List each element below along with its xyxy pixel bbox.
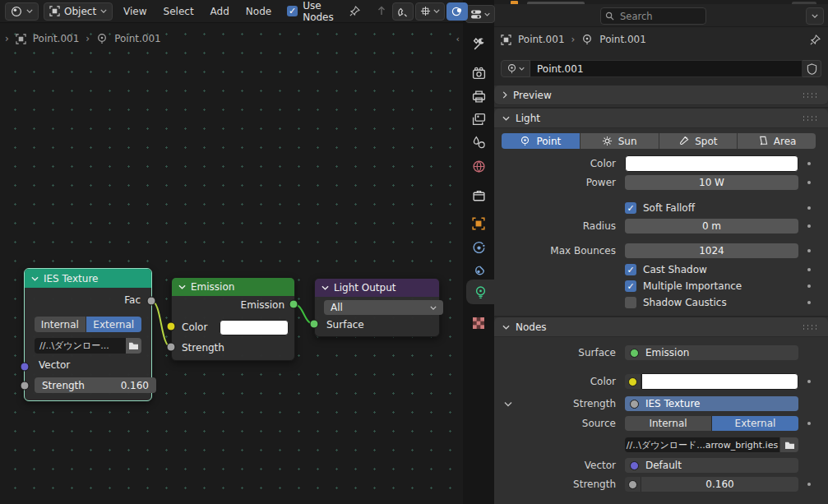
node-emission[interactable]: Emission Emission Color Strength bbox=[171, 277, 295, 361]
nodes-color-swatch[interactable] bbox=[641, 373, 798, 390]
point-light-icon bbox=[520, 136, 530, 146]
source-internal-button[interactable]: Internal bbox=[625, 416, 712, 431]
object-mode-dropdown[interactable]: Object bbox=[44, 2, 113, 21]
target-dropdown[interactable]: All bbox=[324, 300, 443, 315]
animate-dot[interactable] bbox=[807, 380, 811, 383]
tab-view-layer[interactable] bbox=[463, 107, 494, 132]
socket-emission-strength-input[interactable] bbox=[167, 343, 176, 352]
animate-dot[interactable] bbox=[807, 249, 811, 252]
open-ies-file-button[interactable] bbox=[780, 437, 798, 452]
animate-dot[interactable] bbox=[807, 181, 811, 184]
chevron-down-icon bbox=[100, 9, 107, 13]
nodes-panel-header[interactable]: Nodes bbox=[494, 317, 828, 337]
strength-socket-chip[interactable] bbox=[625, 477, 641, 492]
power-field[interactable]: 10 W bbox=[625, 175, 798, 190]
light-color-swatch[interactable] bbox=[625, 155, 798, 172]
node-header-light-output[interactable]: Light Output bbox=[315, 279, 439, 297]
strength-node-value: IES Texture bbox=[645, 398, 700, 409]
editor-type-button[interactable] bbox=[5, 2, 39, 21]
color-swatch[interactable] bbox=[220, 320, 289, 335]
animate-dot[interactable] bbox=[807, 422, 811, 425]
pin-icon[interactable] bbox=[349, 5, 361, 17]
menu-node[interactable]: Node bbox=[240, 6, 277, 17]
strength-value-field[interactable]: 0.160 bbox=[641, 477, 798, 492]
use-nodes-checkbox[interactable]: ✓ bbox=[287, 6, 298, 16]
animate-dot[interactable] bbox=[807, 268, 811, 271]
light-type-point[interactable]: Point bbox=[502, 133, 581, 149]
preview-panel-header[interactable]: Preview bbox=[494, 86, 828, 105]
node-ies-texture[interactable]: IES Texture Fac Internal External //..\ダ… bbox=[24, 268, 152, 401]
socket-emission-output[interactable] bbox=[289, 300, 298, 309]
soft-falloff-checkbox[interactable]: ✓ bbox=[625, 202, 636, 214]
node-header-ies[interactable]: IES Texture bbox=[25, 269, 151, 288]
panel-grip[interactable] bbox=[802, 324, 820, 331]
ies-file-path-field[interactable]: //..\ダウンロード...arrow_bright.ies bbox=[625, 437, 779, 452]
spot-icon bbox=[678, 136, 689, 146]
tab-scene[interactable] bbox=[463, 130, 494, 155]
fake-user-button[interactable] bbox=[803, 60, 821, 77]
breadcrumb-object[interactable]: Point.001 bbox=[518, 34, 565, 45]
breadcrumb-data[interactable]: Point.001 bbox=[599, 34, 646, 45]
animate-dot[interactable] bbox=[807, 224, 811, 228]
socket-strength-input[interactable] bbox=[21, 381, 30, 391]
source-external-button[interactable]: External bbox=[712, 416, 798, 431]
internal-button[interactable]: Internal bbox=[35, 317, 86, 332]
menu-view[interactable]: View bbox=[118, 6, 152, 17]
light-panel-header[interactable]: Light bbox=[494, 109, 828, 128]
id-type-dropdown[interactable] bbox=[501, 60, 530, 77]
overlays-toggle-button[interactable] bbox=[446, 2, 468, 21]
tab-world[interactable] bbox=[463, 154, 494, 178]
id-name-field[interactable] bbox=[530, 60, 803, 77]
snap-target-dropdown[interactable] bbox=[415, 2, 445, 21]
external-button[interactable]: External bbox=[86, 317, 141, 332]
vector-default-button[interactable]: Default bbox=[625, 458, 798, 473]
socket-vector-input[interactable] bbox=[21, 363, 30, 372]
socket-color-input[interactable] bbox=[167, 322, 176, 331]
light-type-area[interactable]: Area bbox=[738, 133, 816, 149]
search-input[interactable] bbox=[618, 10, 692, 23]
animate-dot[interactable] bbox=[807, 162, 811, 165]
cast-shadow-checkbox[interactable]: ✓ bbox=[625, 264, 636, 275]
file-path-field[interactable]: //..\ダウンロー... bbox=[35, 338, 126, 354]
search-box[interactable] bbox=[600, 7, 706, 25]
snap-toggle-button[interactable] bbox=[392, 2, 414, 21]
socket-surface-input[interactable] bbox=[310, 320, 319, 329]
color-socket-chip[interactable] bbox=[625, 374, 641, 389]
panel-grip[interactable] bbox=[802, 92, 820, 99]
parent-node-tree-button[interactable] bbox=[372, 2, 391, 19]
light-type-spot[interactable]: Spot bbox=[659, 133, 738, 149]
surface-node-button[interactable]: Emission bbox=[625, 345, 798, 360]
max-bounces-field[interactable]: 1024 bbox=[625, 243, 798, 258]
menu-select[interactable]: Select bbox=[158, 6, 200, 17]
strength-node-button[interactable]: IES Texture bbox=[625, 396, 798, 411]
pin-icon[interactable] bbox=[809, 34, 821, 46]
properties-editor-type-button[interactable] bbox=[465, 5, 495, 23]
node-header-emission[interactable]: Emission bbox=[172, 278, 294, 296]
socket-fac-output[interactable] bbox=[147, 297, 156, 306]
tab-texture[interactable] bbox=[463, 311, 494, 335]
animate-dot[interactable] bbox=[807, 284, 811, 288]
radius-field[interactable]: 0 m bbox=[625, 219, 798, 234]
tab-object[interactable] bbox=[463, 211, 494, 236]
open-file-button[interactable] bbox=[126, 338, 141, 354]
max-bounces-row: Max Bounces 1024 bbox=[494, 243, 811, 258]
shadow-caustics-checkbox[interactable] bbox=[625, 297, 636, 308]
properties-options-dropdown[interactable] bbox=[806, 7, 824, 25]
animate-dot[interactable] bbox=[807, 483, 811, 486]
surface-row: Surface Emission bbox=[494, 345, 798, 360]
color-label: Color bbox=[494, 376, 625, 387]
strength-slider[interactable]: Strength 0.160 bbox=[35, 377, 156, 393]
multiple-importance-checkbox[interactable]: ✓ bbox=[625, 280, 636, 292]
animate-dot[interactable] bbox=[807, 206, 811, 210]
tab-output[interactable] bbox=[463, 84, 494, 109]
tab-render[interactable] bbox=[463, 61, 494, 86]
tab-tool[interactable] bbox=[463, 31, 494, 56]
tab-collection[interactable] bbox=[463, 183, 494, 208]
node-light-output[interactable]: Light Output All Surface bbox=[314, 278, 440, 337]
menu-add[interactable]: Add bbox=[205, 6, 235, 17]
tab-physics[interactable] bbox=[463, 235, 494, 260]
tab-object-data[interactable] bbox=[466, 280, 494, 304]
panel-grip[interactable] bbox=[802, 115, 820, 122]
animate-dot[interactable] bbox=[807, 301, 811, 304]
light-type-sun[interactable]: Sun bbox=[581, 133, 659, 149]
